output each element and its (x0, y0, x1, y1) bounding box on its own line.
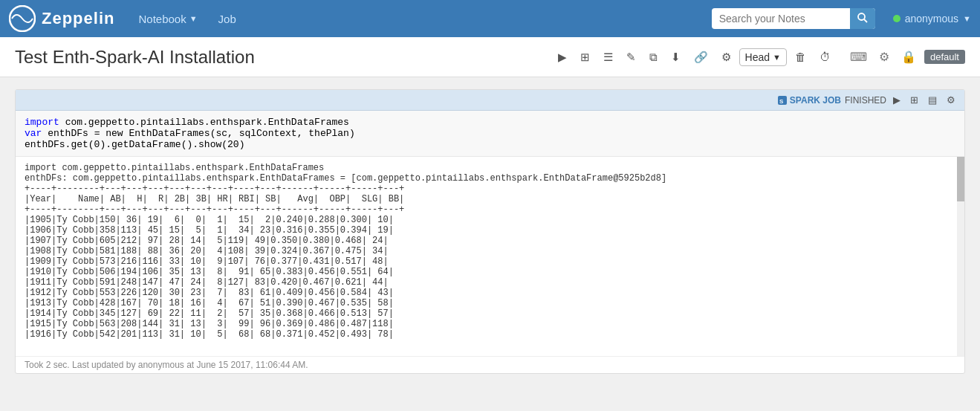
interpreter-badge[interactable]: default (924, 50, 965, 64)
copy-icon: ⧉ (649, 51, 658, 64)
head-dropdown-arrow: ▼ (773, 53, 781, 62)
timer-button[interactable]: ⏱ (814, 48, 836, 66)
nav-job[interactable]: Job (210, 8, 245, 30)
head-dropdown[interactable]: Head ▼ (739, 48, 787, 66)
user-name: anonymous (905, 13, 958, 25)
cell-expand-btn[interactable]: ⊞ (907, 93, 921, 107)
cell-collapse-btn[interactable]: ▤ (925, 93, 940, 107)
hide-output-button[interactable]: ☰ (598, 48, 618, 67)
logo-text: Zeppelin (42, 9, 114, 28)
cell-status: Took 2 sec. Last updated by anonymous at… (25, 360, 308, 370)
cell-code[interactable]: import com.geppetto.pintaillabs.enthspar… (16, 111, 964, 157)
head-label: Head (745, 51, 770, 63)
export-icon: ⬇ (671, 51, 681, 64)
user-dropdown-arrow: ▼ (963, 14, 971, 23)
logo[interactable]: Zeppelin (9, 5, 114, 32)
page-title: Test Enth-Spark-AI Installation (15, 47, 542, 68)
cell-output[interactable]: import com.geppetto.pintaillabs.enthspar… (16, 157, 964, 356)
settings-button[interactable]: ⚙ (716, 48, 736, 67)
zeppelin-logo-icon (9, 5, 36, 32)
trash-icon: 🗑 (795, 51, 806, 63)
user-menu[interactable]: anonymous ▼ (893, 13, 971, 25)
hide-code-icon: ⊞ (580, 51, 590, 64)
code-line-1: import com.geppetto.pintaillabs.enthspar… (25, 117, 955, 128)
titlebar: Test Enth-Spark-AI Installation ▶ ⊞ ☰ ✎ … (0, 37, 980, 77)
cell-toolbar: S SPARK JOB FINISHED ▶ ⊞ ▤ ⚙ (16, 90, 964, 111)
topnav: Zeppelin Notebook ▼ Job anonymous ▼ (0, 0, 980, 37)
lock-icon[interactable]: 🔒 (898, 48, 920, 66)
run-all-button[interactable]: ▶ (553, 48, 572, 67)
cell-output-wrapper: import com.geppetto.pintaillabs.enthspar… (16, 157, 964, 356)
nav-links: Notebook ▼ Job (129, 8, 711, 30)
search-area: anonymous ▼ (712, 8, 971, 29)
titlebar-actions: ▶ ⊞ ☰ ✎ ⧉ ⬇ 🔗 ⚙ Head ▼ 🗑 ⏱ (553, 48, 836, 67)
cell: S SPARK JOB FINISHED ▶ ⊞ ▤ ⚙ import com.… (15, 89, 965, 374)
search-button[interactable] (850, 8, 875, 29)
scrollbar-track[interactable] (957, 157, 964, 356)
svg-text:S: S (779, 98, 784, 105)
nav-notebook[interactable]: Notebook ▼ (129, 8, 206, 30)
export-button[interactable]: ⬇ (666, 48, 686, 67)
hide-code-button[interactable]: ⊞ (575, 48, 595, 67)
keyboard-icon[interactable]: ⌨ (846, 48, 871, 66)
user-online-indicator (893, 15, 901, 22)
edit-button[interactable]: ✎ (621, 48, 641, 67)
settings-icon: ⚙ (721, 51, 731, 64)
spark-icon: S (778, 96, 787, 105)
link-button[interactable]: 🔗 (689, 48, 713, 67)
delete-button[interactable]: 🗑 (790, 48, 811, 66)
cell-settings-btn[interactable]: ⚙ (944, 93, 958, 107)
gear-icon[interactable]: ⚙ (875, 48, 893, 66)
code-line-3: enthDFs.get(0).getDataFrame().show(20) (25, 139, 955, 150)
svg-point-2 (858, 13, 865, 20)
hide-output-icon: ☰ (603, 51, 613, 64)
search-wrap (712, 8, 875, 29)
run-all-icon: ▶ (558, 51, 567, 64)
code-line-2: var enthDFs = new EnthDataFrames(sc, sql… (25, 128, 955, 139)
cell-run-btn[interactable]: ▶ (890, 93, 903, 107)
chevron-down-icon: ▼ (189, 14, 198, 23)
finished-label: FINISHED (845, 95, 886, 106)
notebook-content: S SPARK JOB FINISHED ▶ ⊞ ▤ ⚙ import com.… (0, 77, 980, 411)
timer-icon: ⏱ (820, 51, 831, 63)
svg-line-3 (864, 19, 867, 22)
link-icon: 🔗 (694, 51, 708, 64)
cell-footer: Took 2 sec. Last updated by anonymous at… (16, 356, 964, 373)
copy-button[interactable]: ⧉ (644, 48, 663, 67)
scrollbar-thumb[interactable] (957, 157, 964, 201)
cell-toolbar-right: S SPARK JOB FINISHED ▶ ⊞ ▤ ⚙ (778, 93, 958, 107)
titlebar-right: ⌨ ⚙ 🔒 default (846, 48, 965, 66)
spark-job-label: S SPARK JOB (778, 95, 841, 106)
edit-icon: ✎ (626, 51, 636, 64)
search-icon (857, 13, 868, 23)
